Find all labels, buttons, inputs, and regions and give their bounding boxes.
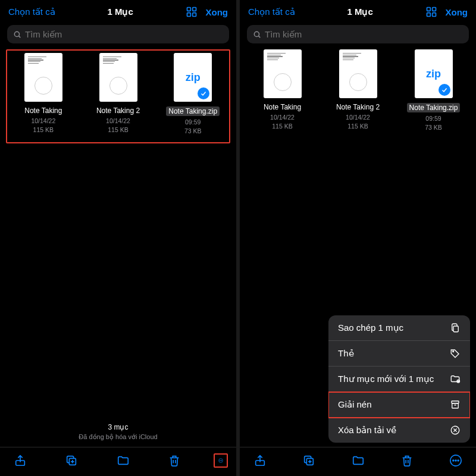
search-field[interactable] — [7, 25, 229, 43]
status-footer: 3 mục Đã đồng bộ hóa với iCloud — [0, 423, 236, 441]
sync-status: Đã đồng bộ hóa với iCloud — [0, 433, 236, 441]
svg-rect-22 — [452, 403, 459, 408]
tag-icon — [450, 348, 461, 359]
svg-line-17 — [259, 36, 261, 37]
svg-rect-3 — [192, 13, 196, 17]
header-title: 1 Mục — [295, 7, 425, 17]
svg-point-30 — [453, 460, 454, 461]
view-grid-icon[interactable] — [186, 6, 198, 18]
svg-point-10 — [221, 461, 221, 461]
file-meta: 10/14/22115 KB — [346, 113, 370, 130]
file-grid-highlighted: Note Taking 10/14/22 115 KB Note Taking … — [6, 49, 230, 143]
svg-point-31 — [455, 460, 456, 461]
search-input[interactable] — [25, 29, 223, 39]
selected-check-icon — [198, 87, 209, 99]
zip-label-icon: zip — [186, 71, 201, 84]
copy-icon — [450, 322, 461, 333]
file-name: Note Taking — [24, 107, 62, 115]
done-button[interactable]: Xong — [446, 7, 468, 17]
search-icon — [13, 30, 21, 39]
file-item[interactable]: Note Taking 2 10/14/22 115 KB — [83, 53, 154, 135]
file-name: Note Taking.zip — [407, 103, 461, 112]
context-menu: Sao chép 1 mục Thẻ Thư mục mới với 1 mục… — [328, 315, 470, 443]
zip-thumbnail: zip — [174, 53, 212, 102]
select-all-button[interactable]: Chọn tất cả — [8, 7, 55, 17]
file-item[interactable]: Note Taking 10/14/22115 KB — [247, 49, 318, 131]
menu-copy[interactable]: Sao chép 1 mục — [328, 315, 470, 341]
archive-icon — [450, 399, 461, 410]
menu-remove-download[interactable]: Xóa bản tải về — [328, 418, 470, 443]
file-item-selected[interactable]: zip Note Taking.zip 09:59 73 KB — [158, 53, 228, 135]
file-grid: Note Taking 10/14/22115 KB Note Taking 2… — [240, 49, 476, 248]
svg-rect-13 — [432, 8, 436, 11]
menu-uncompress-highlighted[interactable]: Giải nén — [328, 392, 470, 418]
share-button[interactable] — [253, 453, 267, 468]
screen-right: Chọn tất cả 1 Mục Xong Note Taking 10/14… — [240, 0, 476, 476]
svg-rect-18 — [453, 326, 458, 332]
delete-button[interactable] — [400, 453, 414, 468]
file-name: Note Taking — [264, 103, 301, 111]
duplicate-button[interactable] — [64, 453, 79, 468]
file-name: Note Taking 2 — [336, 103, 380, 111]
svg-point-9 — [220, 461, 220, 461]
search-input[interactable] — [265, 29, 463, 39]
file-meta: 09:5973 KB — [425, 114, 442, 131]
file-thumbnail — [264, 49, 302, 98]
svg-rect-15 — [432, 13, 436, 17]
svg-point-4 — [14, 32, 19, 36]
file-name: Note Taking.zip — [166, 107, 220, 116]
menu-label: Giải nén — [338, 399, 372, 410]
share-button[interactable] — [13, 453, 27, 468]
file-meta: 09:59 73 KB — [184, 118, 202, 135]
svg-rect-0 — [187, 8, 190, 11]
file-item-selected[interactable]: zip Note Taking.zip 09:5973 KB — [398, 49, 469, 131]
file-name: Note Taking 2 — [96, 107, 140, 115]
selected-check-icon — [439, 84, 450, 96]
file-thumbnail — [24, 53, 62, 102]
screen-left: Chọn tất cả 1 Mục Xong Note Taking — [0, 0, 236, 476]
svg-rect-12 — [427, 8, 430, 11]
header-title: 1 Mục — [55, 7, 186, 17]
file-item[interactable]: Note Taking 10/14/22 115 KB — [8, 53, 79, 135]
zip-thumbnail: zip — [415, 49, 453, 98]
menu-tag[interactable]: Thẻ — [328, 341, 470, 367]
menu-label: Xóa bản tải về — [338, 425, 396, 436]
item-count: 3 mục — [0, 423, 236, 431]
duplicate-button[interactable] — [302, 453, 316, 468]
bottom-toolbar — [0, 447, 236, 476]
menu-new-folder[interactable]: Thư mục mới với 1 mục — [328, 367, 470, 392]
select-all-button[interactable]: Chọn tất cả — [248, 7, 295, 17]
move-button[interactable] — [116, 453, 130, 468]
file-thumbnail — [339, 49, 377, 98]
menu-label: Thẻ — [338, 348, 354, 359]
done-button[interactable]: Xong — [206, 7, 228, 17]
file-meta: 10/14/22 115 KB — [106, 117, 130, 134]
menu-label: Sao chép 1 mục — [338, 322, 403, 333]
zip-label-icon: zip — [426, 68, 441, 80]
view-grid-icon[interactable] — [425, 6, 437, 18]
header: Chọn tất cả 1 Mục Xong — [0, 0, 236, 23]
svg-rect-14 — [427, 13, 430, 17]
header: Chọn tất cả 1 Mục Xong — [240, 0, 476, 23]
bottom-toolbar — [240, 447, 476, 476]
svg-line-5 — [19, 36, 21, 37]
svg-point-19 — [453, 351, 454, 352]
svg-point-16 — [254, 32, 259, 36]
svg-rect-1 — [192, 8, 196, 11]
file-meta: 10/14/22115 KB — [270, 113, 295, 130]
svg-rect-2 — [187, 13, 190, 17]
more-button-highlighted[interactable] — [214, 453, 228, 468]
more-button[interactable] — [449, 453, 463, 468]
new-folder-icon — [450, 374, 461, 384]
move-button[interactable] — [351, 453, 365, 468]
delete-button[interactable] — [167, 453, 181, 468]
svg-point-32 — [458, 460, 459, 461]
search-field[interactable] — [247, 25, 469, 43]
svg-point-11 — [221, 461, 222, 461]
search-icon — [253, 30, 261, 39]
remove-download-icon — [450, 425, 461, 436]
menu-label: Thư mục mới với 1 mục — [338, 374, 434, 384]
file-item[interactable]: Note Taking 2 10/14/22115 KB — [322, 49, 393, 131]
file-meta: 10/14/22 115 KB — [31, 117, 55, 134]
file-thumbnail — [99, 53, 137, 102]
